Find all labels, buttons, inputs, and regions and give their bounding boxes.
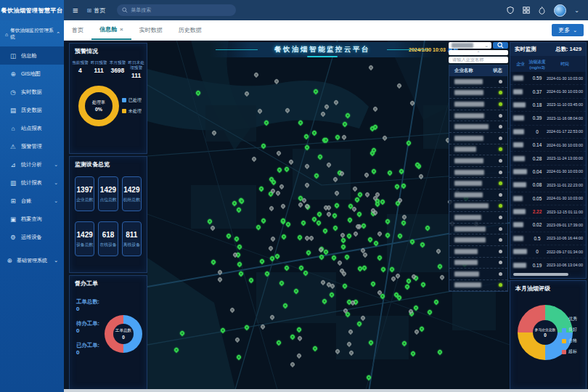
map-pin-online[interactable] <box>356 211 362 217</box>
map-pin-offline[interactable] <box>279 184 285 189</box>
map-pin-online[interactable] <box>234 236 240 242</box>
map-pin-online[interactable] <box>420 282 426 287</box>
map-pin-offline[interactable] <box>360 315 366 321</box>
map-pin-online[interactable] <box>401 340 407 346</box>
realtime-row-13[interactable]: 02022-09-17 01:34:00 <box>510 245 586 258</box>
company-row-13[interactable] <box>449 224 507 235</box>
map-pin-online[interactable] <box>277 167 282 173</box>
map-pin-online[interactable] <box>290 334 295 340</box>
map-pin-online[interactable] <box>437 264 443 269</box>
map-pin-online[interactable] <box>367 237 373 242</box>
sidebar-item-5[interactable]: ⚠预警管理 <box>0 137 64 155</box>
map-pin-online[interactable] <box>401 220 407 226</box>
realtime-row-14[interactable]: 0.192023-10-06 13:04:00 <box>510 258 586 271</box>
map-pin-offline[interactable] <box>368 65 374 70</box>
map-pin-online[interactable] <box>244 324 250 330</box>
map-pin-online[interactable] <box>385 219 391 224</box>
company-row-0[interactable] <box>449 76 507 88</box>
map-pin-offline[interactable] <box>396 83 402 89</box>
tab-2[interactable]: 实时数据 <box>131 20 171 40</box>
map-pin-online[interactable] <box>261 218 266 224</box>
company-row-2[interactable] <box>449 99 507 110</box>
map-pin-offline[interactable] <box>324 104 330 110</box>
map-pin-offline[interactable] <box>257 108 263 114</box>
map-pin-offline[interactable] <box>217 277 223 282</box>
sidebar-item-4[interactable]: ⌂站点报表 <box>0 119 64 137</box>
map-pin-online[interactable] <box>332 213 338 219</box>
map-pin-online[interactable] <box>258 186 264 192</box>
company-row-8[interactable] <box>449 167 507 179</box>
company-row-10[interactable] <box>449 189 507 201</box>
map-pin-online[interactable] <box>380 199 385 205</box>
company-row-5[interactable] <box>449 133 507 144</box>
tab-3[interactable]: 历史数据 <box>171 20 210 40</box>
map-pin-online[interactable] <box>406 278 412 284</box>
map-pin-online[interactable] <box>173 347 179 353</box>
company-row-18[interactable] <box>449 280 507 292</box>
map-pin-offline[interactable] <box>210 225 216 231</box>
company-row-12[interactable] <box>449 212 507 224</box>
hamburger-menu-icon[interactable]: ≡ <box>73 5 78 16</box>
map-pin-offline[interactable] <box>364 172 369 178</box>
map-pin-online[interactable] <box>419 326 425 332</box>
menu-search-input[interactable]: 菜单搜索 <box>117 4 236 16</box>
map-pin-online[interactable] <box>437 349 443 355</box>
map-pin-offline[interactable] <box>304 182 310 188</box>
map-pin-online[interactable] <box>297 234 303 240</box>
map-pin-offline[interactable] <box>330 283 335 289</box>
map-pin-offline[interactable] <box>269 314 275 320</box>
map-pin-online[interactable] <box>371 168 377 174</box>
map-pin-online[interactable] <box>377 255 383 261</box>
map-pin-offline[interactable] <box>269 205 274 211</box>
map-pin-offline[interactable] <box>244 91 250 97</box>
map-pin-online[interactable] <box>329 292 335 298</box>
map-pin-online[interactable] <box>236 354 242 360</box>
map-pin-online[interactable] <box>331 255 337 261</box>
map-pin-offline[interactable] <box>348 329 354 335</box>
map-pin-online[interactable] <box>274 253 280 259</box>
map-pin-online[interactable] <box>312 346 318 351</box>
map-pin-online[interactable] <box>304 144 310 150</box>
company-name-input[interactable]: 请输入企业名称 <box>449 57 508 63</box>
map-pin-offline[interactable] <box>274 78 279 84</box>
map-pin-offline[interactable] <box>337 260 343 266</box>
realtime-row-6[interactable]: 0.282023-11-24 13:00:00 <box>510 152 586 165</box>
map-pin-online[interactable] <box>301 220 306 226</box>
map-pin-online[interactable] <box>413 305 419 311</box>
map-pin-online[interactable] <box>373 240 379 246</box>
map-pin-online[interactable] <box>394 184 400 189</box>
map-pin-online[interactable] <box>236 207 242 213</box>
map-pin-online[interactable] <box>220 327 226 333</box>
company-search-button[interactable] <box>493 42 508 49</box>
company-row-11[interactable] <box>449 201 507 213</box>
map-pin-online[interactable] <box>366 375 372 380</box>
map-pin-offline[interactable] <box>270 236 276 242</box>
map-pin-online[interactable] <box>313 89 319 94</box>
map-pin-offline[interactable] <box>211 130 217 136</box>
map-pin-online[interactable] <box>238 271 244 277</box>
company-row-17[interactable] <box>449 269 507 280</box>
map-pin-online[interactable] <box>409 239 415 245</box>
map-pin-offline[interactable] <box>297 335 303 341</box>
map-pin-offline[interactable] <box>353 231 359 237</box>
map-pin-online[interactable] <box>397 233 403 239</box>
map-pin-online[interactable] <box>389 266 395 272</box>
map-pin-online[interactable] <box>237 244 242 250</box>
map-pin-online[interactable] <box>362 265 367 271</box>
map-pin-online[interactable] <box>232 200 237 206</box>
map-pin-offline[interactable] <box>382 135 388 141</box>
map-pin-online[interactable] <box>264 120 269 126</box>
map-pin-online[interactable] <box>335 134 340 140</box>
map-pin-online[interactable] <box>293 288 299 294</box>
map-pin-online[interactable] <box>317 211 322 217</box>
map-pin-online[interactable] <box>322 228 328 234</box>
sidebar-item-2[interactable]: ◷实时数据 <box>0 83 64 101</box>
map-pin-online[interactable] <box>285 221 291 227</box>
company-row-9[interactable] <box>449 178 507 189</box>
map-pin-offline[interactable] <box>268 245 274 251</box>
map-pin-offline[interactable] <box>334 190 340 196</box>
map-pin-online[interactable] <box>342 283 348 289</box>
map-pin-online[interactable] <box>248 277 254 283</box>
map-pin-offline[interactable] <box>346 341 352 347</box>
realtime-row-1[interactable]: 0.372024-01-30 10:03:00 <box>510 85 586 98</box>
